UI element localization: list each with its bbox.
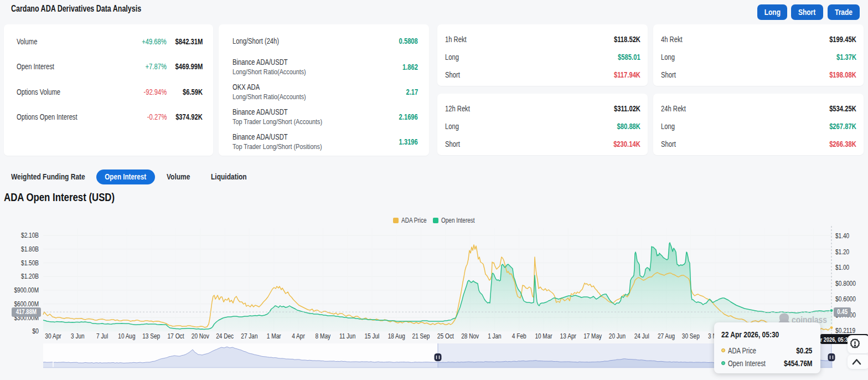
svg-text:15 Jul: 15 Jul (364, 332, 379, 340)
svg-text:$1.20B: $1.20B (21, 273, 39, 280)
svg-text:4 Feb: 4 Feb (512, 332, 526, 340)
svg-text:1 Mar: 1 Mar (267, 332, 281, 340)
svg-text:13 Sep: 13 Sep (142, 332, 160, 340)
svg-text:21 Sep: 21 Sep (412, 332, 430, 340)
svg-text:$1.20: $1.20 (835, 248, 849, 256)
svg-text:24 Jul: 24 Jul (634, 332, 649, 340)
svg-text:$900.00M: $900.00M (14, 286, 39, 294)
svg-text:$0.6000: $0.6000 (835, 295, 856, 303)
svg-text:4 Apr: 4 Apr (292, 332, 305, 340)
svg-text:$1.40: $1.40 (835, 232, 849, 240)
svg-text:30 Apr: 30 Apr (45, 332, 61, 340)
svg-text:10 Aug: 10 Aug (118, 332, 135, 340)
svg-text:25 Oct: 25 Oct (437, 332, 454, 340)
svg-text:20 Nov: 20 Nov (192, 332, 209, 340)
svg-text:11 Jun: 11 Jun (339, 332, 355, 340)
svg-text:13 Apr: 13 Apr (560, 332, 576, 340)
svg-text:28 Nov: 28 Nov (461, 332, 479, 340)
svg-text:$2.10B: $2.10B (21, 232, 39, 239)
svg-text:8 May: 8 May (315, 332, 330, 340)
svg-text:24 Dec: 24 Dec (216, 332, 234, 340)
svg-text:17 Oct: 17 Oct (167, 332, 184, 340)
svg-text:1 Jan: 1 Jan (488, 332, 501, 340)
svg-text:$1.00: $1.00 (835, 264, 849, 271)
svg-text:10 Mar: 10 Mar (535, 332, 552, 340)
svg-text:$1.50B: $1.50B (21, 259, 39, 267)
svg-text:$0: $0 (32, 327, 39, 335)
svg-text:7 Jul: 7 Jul (96, 332, 108, 340)
svg-text:$600.00M: $600.00M (14, 300, 39, 308)
svg-text:$1.80B: $1.80B (21, 245, 39, 253)
svg-text:18 Aug: 18 Aug (388, 332, 405, 340)
svg-text:30 Sep: 30 Sep (682, 332, 700, 340)
svg-text:20 Jun: 20 Jun (609, 332, 626, 340)
svg-text:3 Jun: 3 Jun (71, 332, 84, 340)
svg-text:27 Jan: 27 Jan (241, 332, 257, 340)
svg-text:17 May: 17 May (583, 332, 602, 340)
svg-text:27 Aug: 27 Aug (658, 332, 675, 340)
svg-text:$0.8000: $0.8000 (835, 280, 856, 287)
